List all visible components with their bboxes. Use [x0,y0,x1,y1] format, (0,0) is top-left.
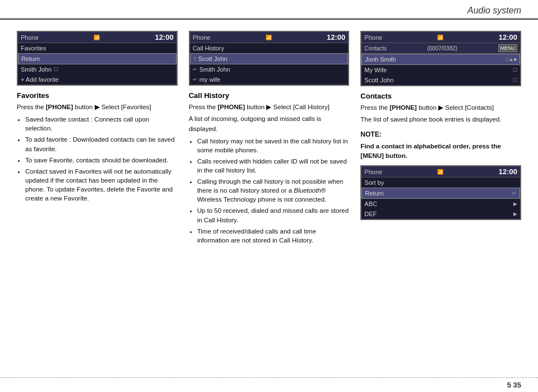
phone-bold-1: [PHONE] [46,104,73,110]
callhistory-section-title: Call History [189,91,350,100]
screen-favorites-smith-label: Smith John [21,66,52,73]
screen-favorites-label: Phone [21,34,39,41]
screen-sortby-abc-label: ABC [364,200,377,207]
screen-favorites-menu-label: Favorites [21,45,46,52]
phone-signal-icon: 📶 [94,35,100,40]
callhistory-bullet-2: Calls received with hidden caller ID wil… [197,157,350,175]
screen-contacts-john-label: Jonh Smith [365,56,396,63]
screen-contacts-wife-label: My Wife [364,67,387,73]
screen-callhistory-menu-label: Call History [193,45,224,52]
screen-sortby-def-row[interactable]: DEF ▶ [361,209,520,219]
favorites-bullet-1: Saved favorite contact : Connects call u… [25,115,178,133]
screen-callhistory-wife-label: my wife [200,76,220,83]
screen-favorites-return-row[interactable]: Return [18,53,177,64]
favorites-section-title: Favorites [17,91,178,100]
contacts-label: Contacts [364,45,386,52]
screen-contacts-scott-row[interactable]: Scott John ☐ [361,75,520,85]
contacts-intro: Press the [PHONE] button ▶ Select [Conta… [360,103,521,113]
contacts-count: (0007/0382) [427,45,457,52]
favorites-bullet-4: Contact saved in Favorites will not be a… [25,167,178,203]
screen-favorites-smith-row[interactable]: Smith John ☐ [18,64,177,74]
screen-callhistory-smith-label: Smith John [200,66,230,73]
phone-box-icon: ☐ [54,67,58,72]
page-number-sub: 35 [513,381,521,389]
col-callhistory: Phone 📶 12:00 Call History ? Scott John … [189,31,350,247]
screen-callhistory-scott-row[interactable]: ? Scott John [190,53,349,64]
page-number: 5 35 [507,381,521,389]
screen-favorites-add-row[interactable]: + Add favorite [18,74,177,85]
main-content: Phone 📶 12:00 Favorites Return Smith Joh… [0,20,538,253]
callhistory-bullet-4: Up to 50 received, dialed and missed cal… [197,206,350,224]
callhistory-bullet-3: Calling through the call history is not … [197,177,350,204]
phone-signal-icon-2: 📶 [266,35,272,40]
favorites-bullet-2: To add favorite : Downloaded contacts ca… [25,135,178,153]
callhistory-description: A list of incoming, outgoing and missed … [189,114,350,134]
page-footer: 5 35 [0,377,538,392]
contacts-description: The list of saved phone book entries is … [360,115,521,124]
callhistory-intro: Press the [PHONE] button ▶ Select [Call … [189,102,350,112]
screen-contacts-john-row[interactable]: Jonh Smith □▲■ [361,54,520,65]
favorites-intro: Press the [PHONE] button ▶ Select [Favor… [17,102,178,112]
col-contacts: Phone 📶 12:00 Contacts (0007/0382) MENU … [360,31,521,247]
contacts-note-title: NOTE: [360,129,521,139]
callhistory-bullet-5: Time of received/dialed calls and call t… [197,227,350,245]
contacts-body: Press the [PHONE] button ▶ Select [Conta… [360,103,521,161]
contacts-note-text: Find a contact in alphabetical order, pr… [360,142,521,161]
screen-callhistory-scott-label: Scott John [198,55,228,62]
contacts-john-icons: □▲■ [505,57,517,62]
screen-callhistory-header: Phone 📶 12:00 [190,32,349,43]
callhistory-bullet-1: Call history may not be saved in the cal… [197,137,350,155]
screen-contacts-contacts-bar: Contacts (0007/0382) MENU [361,43,520,54]
screen-sortby-def-label: DEF [364,211,377,217]
question-icon: ? [193,56,196,62]
scott-box-icon: ☐ [513,77,517,83]
callhistory-bullets: Call history may not be saved in the cal… [189,137,350,245]
screen-sortby-return-row[interactable]: Return ↵ [361,188,520,199]
phone-signal-icon-4: 📶 [437,169,443,175]
screen-callhistory-wife-row[interactable]: ↵ my wife [190,74,349,85]
screen-favorites-return-label: Return [21,55,40,62]
screen-callhistory-label: Phone [193,34,211,41]
screen-favorites-time: 12:00 [155,33,173,41]
abc-arrow-icon: ▶ [513,201,517,207]
return-icon-1: ↵ [193,67,197,72]
col-favorites: Phone 📶 12:00 Favorites Return Smith Joh… [17,31,178,247]
screen-favorites-menu-row: Favorites [18,43,177,53]
screen-sortby-header: Phone 📶 12:00 [361,166,520,178]
page-title: Audio system [467,6,521,16]
phone-bold-2: [PHONE] [217,104,245,110]
screen-sortby-menu-label: Sort by [364,179,384,186]
screen-sortby: Phone 📶 12:00 Sort by Return ↵ ABC ▶ DEF… [360,165,521,220]
page-number-main: 5 [507,381,511,389]
screen-contacts-time: 12:00 [499,33,517,41]
return-arrow-icon: ↵ [512,190,517,196]
screen-contacts-header: Phone 📶 12:00 [361,32,520,43]
screen-sortby-return-label: Return [365,190,383,197]
screen-sortby-time: 12:00 [499,167,517,176]
screen-contacts-scott-label: Scott John [364,77,393,83]
screen-sortby-label: Phone [364,169,382,175]
screen-contacts-label: Phone [364,34,382,41]
phone-bold-3: [PHONE] [389,104,417,111]
screen-favorites: Phone 📶 12:00 Favorites Return Smith Joh… [17,31,178,86]
page-header: Audio system [0,0,538,20]
screen-callhistory-smith-row[interactable]: ↵ Smith John [190,64,349,74]
screen-callhistory: Phone 📶 12:00 Call History ? Scott John … [189,31,350,86]
return-icon-2: ↵ [193,77,197,82]
callhistory-body: Press the [PHONE] button ▶ Select [Call … [189,102,350,245]
contacts-section-title: Contacts [360,92,521,100]
phone-signal-icon-3: 📶 [437,35,443,40]
def-arrow-icon: ▶ [513,211,517,217]
screen-favorites-add-label: + Add favorite [21,76,59,83]
menu-badge[interactable]: MENU [498,44,518,52]
screen-callhistory-menu-row: Call History [190,43,349,53]
screen-sortby-abc-row[interactable]: ABC ▶ [361,199,520,209]
screen-favorites-header: Phone 📶 12:00 [18,32,177,43]
screen-contacts: Phone 📶 12:00 Contacts (0007/0382) MENU … [360,31,521,86]
screen-sortby-menu-row: Sort by [361,178,520,188]
screen-callhistory-time: 12:00 [327,33,345,41]
screen-contacts-wife-row[interactable]: My Wife ☐ [361,65,520,75]
favorites-body: Press the [PHONE] button ▶ Select [Favor… [17,102,178,203]
wife-box-icon: ☐ [513,67,517,73]
favorites-bullet-3: To save Favorite, contacts should be dow… [25,156,178,165]
